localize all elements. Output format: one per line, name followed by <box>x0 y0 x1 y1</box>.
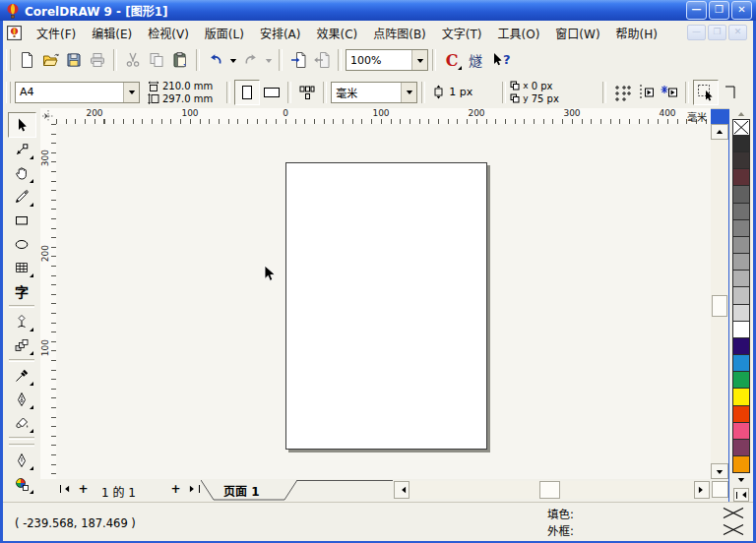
mdi-minimize-icon: — <box>687 25 706 40</box>
color-swatch[interactable] <box>732 168 750 186</box>
color-swatch[interactable] <box>732 337 750 355</box>
add-page-after-button[interactable]: + <box>168 481 183 497</box>
ellipse-tool[interactable] <box>9 232 35 256</box>
set-default-page-button[interactable] <box>295 81 319 104</box>
freehand-tool[interactable] <box>9 185 35 209</box>
menu-effects[interactable]: 效果(C) <box>308 22 365 44</box>
palette-expand-button[interactable] <box>733 488 749 502</box>
interactive-blend-tool[interactable] <box>9 333 35 357</box>
new-document-button[interactable] <box>15 48 38 72</box>
undo-button[interactable] <box>204 48 227 72</box>
menu-layout[interactable]: 版面(L) <box>197 22 252 44</box>
treat-as-filled-button[interactable] <box>693 80 719 105</box>
undo-dropdown[interactable] <box>227 48 239 72</box>
landscape-button[interactable] <box>260 81 284 104</box>
units-dropdown[interactable] <box>401 83 416 102</box>
paper-size-combo[interactable]: A4 <box>15 82 140 103</box>
snap-to-guidelines-button[interactable] <box>634 81 658 104</box>
units-combo[interactable]: 毫米 <box>331 82 417 103</box>
ruler-origin-corner[interactable] <box>40 108 57 125</box>
pan-tool[interactable] <box>9 161 35 185</box>
color-swatch[interactable] <box>732 354 750 372</box>
menu-file[interactable]: 文件(F) <box>29 22 84 44</box>
interactive-distortion-tool[interactable] <box>9 310 35 333</box>
paper-width-value[interactable]: 210.0 mm <box>162 80 213 92</box>
color-swatch[interactable] <box>732 286 750 304</box>
corel-online-button[interactable]: 燧 <box>464 48 487 72</box>
duplicate-y-value[interactable]: 75 px <box>532 92 559 105</box>
close-button[interactable]: ✕ <box>731 1 752 20</box>
interactive-outline-tool[interactable] <box>9 449 35 472</box>
palette-scroll-down-button[interactable] <box>729 473 753 485</box>
outline-pen-tool[interactable] <box>9 388 35 411</box>
nudge-offset-value[interactable]: 1 px <box>449 86 472 98</box>
menu-window[interactable]: 窗口(W) <box>547 22 607 44</box>
color-swatch[interactable] <box>732 371 750 389</box>
zoom-level-dropdown[interactable] <box>411 50 427 70</box>
color-swatch[interactable] <box>732 203 750 220</box>
color-swatch[interactable] <box>732 270 750 287</box>
first-page-button[interactable] <box>57 481 72 497</box>
last-page-button[interactable] <box>187 481 202 497</box>
color-swatch[interactable] <box>732 455 750 473</box>
toolbar-grip[interactable] <box>6 49 11 71</box>
rectangle-tool[interactable] <box>9 209 35 232</box>
color-swatch[interactable] <box>732 236 750 254</box>
menu-text[interactable]: 文字(T) <box>434 22 490 44</box>
save-button[interactable] <box>62 48 86 72</box>
portrait-button[interactable] <box>234 80 260 105</box>
snap-to-grid-button[interactable] <box>610 81 634 104</box>
drawing-canvas[interactable] <box>56 124 711 479</box>
horizontal-scrollbar[interactable] <box>394 481 710 499</box>
property-bar-overflow-button[interactable] <box>719 81 742 104</box>
duplicate-x-value[interactable]: 0 px <box>532 80 553 92</box>
color-swatch[interactable] <box>732 388 750 405</box>
eyedropper-tool[interactable] <box>9 364 35 388</box>
menu-edit[interactable]: 编辑(E) <box>84 22 140 44</box>
scroll-right-button[interactable] <box>694 481 710 499</box>
color-swatch[interactable] <box>732 439 750 456</box>
scroll-up-button[interactable] <box>711 124 728 140</box>
paper-size-dropdown[interactable] <box>123 83 139 102</box>
page-tab[interactable]: 页面 1 <box>223 482 260 499</box>
whats-this-button[interactable]: ? <box>487 48 515 72</box>
color-swatch[interactable] <box>732 405 750 423</box>
menu-arrange[interactable]: 安排(A) <box>252 22 309 44</box>
import-button[interactable] <box>286 48 310 72</box>
color-swatch[interactable] <box>732 422 750 440</box>
toolbar-grip[interactable] <box>6 82 11 103</box>
minimize-button[interactable]: — <box>686 1 707 20</box>
scroll-left-button[interactable] <box>394 481 410 499</box>
scroll-down-button[interactable] <box>711 463 728 479</box>
color-swatch[interactable] <box>732 185 750 203</box>
graph-paper-tool[interactable] <box>9 256 35 279</box>
color-swatch[interactable] <box>732 219 750 237</box>
color-swatch[interactable] <box>732 253 750 271</box>
text-tool[interactable]: 字 <box>9 279 35 303</box>
zoom-level-combo[interactable]: 100% <box>346 49 428 71</box>
menu-bitmaps[interactable]: 点阵图(B) <box>365 22 434 44</box>
add-page-before-button[interactable]: + <box>76 481 91 497</box>
maximize-button[interactable]: ❐ <box>709 1 729 20</box>
color-swatch[interactable] <box>732 151 750 169</box>
vertical-scroll-thumb[interactable] <box>712 295 727 317</box>
color-swatch[interactable] <box>732 304 750 322</box>
interactive-fill-tool[interactable] <box>9 472 35 496</box>
shape-tool[interactable] <box>9 138 35 161</box>
application-launcher-button[interactable]: C <box>440 48 464 72</box>
vertical-scrollbar[interactable] <box>711 124 728 479</box>
paste-button[interactable] <box>168 48 192 72</box>
color-swatch[interactable] <box>732 321 750 338</box>
nudge-offset-stepper[interactable] <box>429 81 447 104</box>
paper-height-value[interactable]: 297.0 mm <box>162 92 213 105</box>
menu-view[interactable]: 检视(V) <box>140 22 197 44</box>
color-swatch[interactable] <box>732 135 750 152</box>
horizontal-scroll-thumb[interactable] <box>539 481 560 499</box>
pick-tool[interactable] <box>8 112 36 138</box>
menu-tools[interactable]: 工具(O) <box>490 22 548 44</box>
snap-to-objects-button[interactable] <box>658 81 681 104</box>
menu-help[interactable]: 帮助(H) <box>608 22 665 44</box>
fill-tool[interactable] <box>9 411 35 435</box>
open-button[interactable] <box>38 48 62 72</box>
no-color-swatch[interactable] <box>732 119 750 136</box>
